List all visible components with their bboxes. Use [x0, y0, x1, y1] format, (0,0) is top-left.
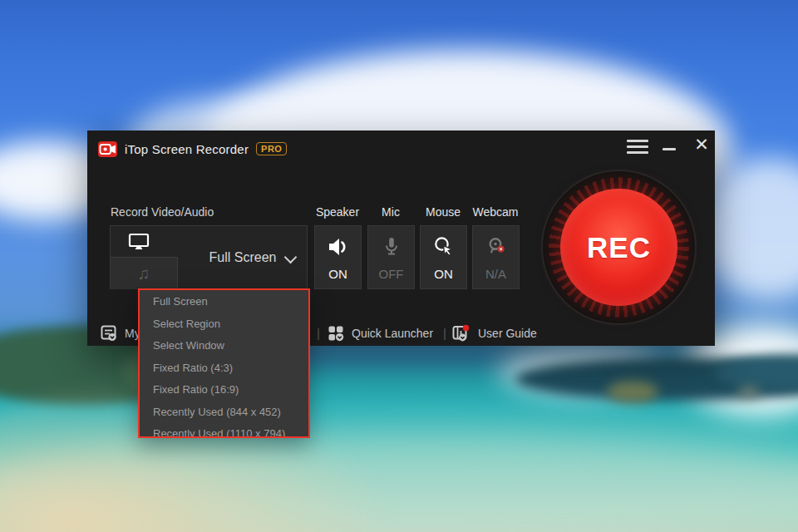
speaker-toggle[interactable]: ON — [314, 225, 362, 289]
pro-badge: PRO — [256, 142, 287, 155]
speaker-label: Speaker — [308, 205, 367, 219]
minimize-button[interactable] — [663, 148, 676, 155]
my-creations-icon — [100, 324, 118, 342]
menu-item-full-screen[interactable]: Full Screen — [153, 291, 308, 313]
rec-dial: REC — [541, 170, 697, 325]
selected-capture-mode: Full Screen — [209, 250, 277, 265]
menu-item-fixed-ratio-169[interactable]: Fixed Ratio (16:9) — [153, 379, 308, 401]
boat — [607, 381, 658, 402]
minimize-icon — [663, 148, 676, 150]
rec-button-label: REC — [587, 231, 651, 264]
webcam-status: N/A — [485, 267, 506, 281]
monitor-icon — [127, 232, 150, 252]
webcam-label: Webcam — [466, 205, 525, 219]
mic-status: OFF — [379, 267, 404, 281]
mouse-click-icon — [432, 235, 456, 259]
video-source-tab[interactable] — [111, 226, 167, 258]
app-logo-icon — [98, 141, 117, 157]
capture-source-panel: ♫ Full Screen — [110, 225, 308, 289]
music-note-icon: ♫ — [138, 264, 150, 283]
footer-separator: | — [317, 326, 320, 340]
menu-item-recent-844x452[interactable]: Recently Used (844 x 452) — [153, 401, 308, 424]
webcam-toggle[interactable]: N/A — [472, 225, 520, 289]
notification-dot — [463, 325, 470, 332]
window-title: iTop Screen Recorder — [125, 142, 249, 156]
rec-button[interactable]: REC — [560, 189, 677, 306]
close-button[interactable]: ✕ — [692, 135, 712, 155]
mouse-toggle[interactable]: ON — [420, 225, 467, 289]
capture-mode-menu: Full Screen Select Region Select Window … — [138, 288, 310, 438]
user-guide-label: User Guide — [478, 327, 537, 340]
menu-item-fixed-ratio-43[interactable]: Fixed Ratio (4:3) — [153, 357, 308, 380]
user-guide-icon — [451, 324, 471, 342]
record-section-label: Record Video/Audio — [111, 205, 214, 219]
speaker-status: ON — [328, 267, 347, 281]
titlebar: iTop Screen Recorder PRO — [87, 131, 715, 159]
quick-launcher-label: Quick Launcher — [352, 327, 433, 340]
mic-icon — [380, 235, 403, 259]
mouse-status: ON — [434, 267, 453, 281]
user-guide-button[interactable]: User Guide — [451, 323, 537, 343]
menu-item-select-window[interactable]: Select Window — [153, 335, 308, 357]
quick-launcher-icon — [327, 324, 345, 342]
mic-label: Mic — [362, 205, 420, 219]
mouse-label: Mouse — [414, 205, 472, 219]
mic-toggle[interactable]: OFF — [367, 225, 415, 289]
boat-small — [738, 387, 760, 397]
hamburger-icon — [627, 140, 648, 142]
webcam-icon — [485, 235, 508, 259]
speaker-icon — [327, 235, 350, 259]
menu-item-recent-1110x794[interactable]: Recently Used (1110 x 794) — [153, 423, 308, 438]
footer-separator: | — [443, 326, 446, 340]
quick-launcher-button[interactable]: Quick Launcher — [327, 323, 433, 343]
audio-source-tab[interactable]: ♫ — [111, 257, 178, 289]
hamburger-menu-button[interactable] — [627, 137, 649, 156]
menu-item-select-region[interactable]: Select Region — [153, 313, 308, 336]
